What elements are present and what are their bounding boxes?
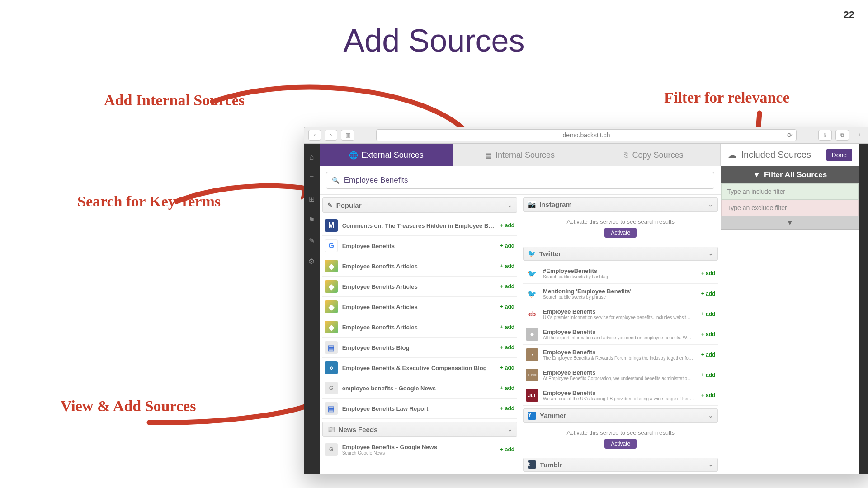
- source-row[interactable]: ▤Employee Benefits Law Report+ add: [322, 399, 517, 419]
- slide-title: Add Sources: [0, 23, 868, 59]
- source-icon: ◆: [325, 321, 338, 333]
- section-yammer[interactable]: Y Yammer ⌄: [523, 408, 718, 423]
- rail-tag-icon[interactable]: ⚑: [307, 215, 316, 224]
- url-field[interactable]: demo.backstit.ch ⟳: [376, 129, 797, 141]
- source-row[interactable]: ◆Employee Benefits Articles+ add: [322, 256, 517, 277]
- source-row[interactable]: ◆Employee Benefits Articles+ add: [322, 297, 517, 317]
- tab-external-label: External Sources: [362, 150, 424, 160]
- add-source-button[interactable]: + add: [701, 270, 716, 277]
- add-tab-button[interactable]: ＋: [853, 130, 866, 141]
- add-source-button[interactable]: + add: [500, 446, 514, 453]
- section-instagram[interactable]: 📷 Instagram ⌄: [523, 197, 718, 212]
- source-row[interactable]: ebEmployee BenefitsUK's premier informat…: [523, 304, 718, 324]
- main-panel: 🌐 External Sources ▤ Internal Sources ⎘ …: [320, 144, 721, 474]
- add-source-button[interactable]: + add: [500, 243, 514, 249]
- chevron-down-icon: ⌄: [708, 413, 713, 419]
- side-header: ☁ Included Sources Done: [721, 144, 859, 166]
- source-subtitle: UK's premier information service for emp…: [543, 315, 697, 320]
- source-icon: ▤: [325, 341, 338, 354]
- exclude-filter-input[interactable]: Type an exclude filter: [721, 200, 859, 216]
- add-source-button[interactable]: + add: [500, 283, 514, 290]
- done-button[interactable]: Done: [826, 149, 852, 161]
- included-title: Included Sources: [741, 150, 821, 160]
- right-rail: [859, 144, 868, 474]
- add-source-button[interactable]: + add: [500, 344, 514, 351]
- source-row[interactable]: EBCEmployee BenefitsAt Employee Benefits…: [523, 365, 718, 385]
- section-tumblr[interactable]: t Tumblr ⌄: [523, 458, 718, 472]
- source-row[interactable]: »Employee Benefits & Executive Compensat…: [322, 358, 517, 378]
- source-row[interactable]: ▤Employee Benefits Blog+ add: [322, 338, 517, 358]
- apply-filter-button[interactable]: ▼: [721, 216, 859, 230]
- building-icon: ▤: [485, 151, 492, 160]
- source-row[interactable]: ●Employee BenefitsAll the expert informa…: [523, 324, 718, 345]
- nav-forward-button[interactable]: ›: [325, 130, 337, 141]
- source-title: Employee Benefits Law Report: [342, 405, 496, 412]
- source-row[interactable]: MComments on: The Treasures Hidden in Em…: [322, 216, 517, 236]
- cloud-icon: ☁: [727, 150, 736, 160]
- add-source-button[interactable]: + add: [500, 324, 514, 330]
- add-source-button[interactable]: + add: [500, 385, 514, 391]
- source-title: employee benefits - Google News: [342, 385, 496, 392]
- source-subtitle: Search public tweets by phrase: [543, 295, 697, 300]
- search-value: Employee Benefits: [344, 176, 408, 185]
- rail-edit-icon[interactable]: ✎: [307, 236, 316, 245]
- activate-yammer-button[interactable]: Activate: [604, 439, 637, 449]
- tabs-button[interactable]: ⧉: [835, 130, 849, 141]
- section-newsfeeds[interactable]: 📰 News Feeds ⌄: [322, 422, 517, 437]
- add-source-button[interactable]: + add: [701, 291, 716, 297]
- twitter-icon: 🐦: [528, 250, 536, 257]
- tab-copy[interactable]: ⎘ Copy Sources: [587, 144, 721, 166]
- add-source-button[interactable]: + add: [701, 392, 716, 399]
- nav-back-button[interactable]: ‹: [308, 130, 321, 141]
- tab-external[interactable]: 🌐 External Sources: [320, 144, 453, 166]
- source-body: Employee BenefitsWe are one of the UK's …: [543, 389, 697, 401]
- reload-icon[interactable]: ⟳: [787, 131, 793, 139]
- add-source-button[interactable]: + add: [701, 372, 716, 378]
- nav-sidebar-button[interactable]: ▥: [341, 130, 354, 141]
- news-icon: 📰: [327, 426, 335, 433]
- source-body: Employee Benefits Law Report: [342, 405, 496, 412]
- page-number: 22: [844, 9, 854, 21]
- activate-instagram-button[interactable]: Activate: [604, 228, 637, 238]
- app-body: ⌂ ≡ ⊞ ⚑ ✎ ⚙ 🌐 External Sources ▤ Interna…: [304, 144, 868, 474]
- include-filter-input[interactable]: Type an include filter: [721, 183, 859, 200]
- source-title: Mentioning 'Employee Benefits': [543, 288, 697, 295]
- rail-settings-icon[interactable]: ⚙: [307, 257, 316, 266]
- source-row[interactable]: JLTEmployee BenefitsWe are one of the UK…: [523, 385, 718, 406]
- source-icon: G: [325, 239, 338, 252]
- add-source-button[interactable]: + add: [500, 365, 514, 371]
- source-row[interactable]: GEmployee Benefits - Google NewsSearch G…: [322, 440, 517, 460]
- source-subtitle: We are one of the UK's leading EB provid…: [543, 396, 697, 401]
- add-source-button[interactable]: + add: [701, 311, 716, 317]
- source-row[interactable]: Gemployee benefits - Google News+ add: [322, 378, 517, 399]
- chevron-down-icon: ⌄: [508, 426, 512, 432]
- share-button[interactable]: ⇪: [818, 130, 832, 141]
- source-row[interactable]: 🐦#EmployeeBenefitsSearch public tweets b…: [523, 263, 718, 284]
- search-input[interactable]: 🔍 Employee Benefits: [326, 172, 715, 189]
- source-row[interactable]: ▪Employee BenefitsThe Employee Benefits …: [523, 345, 718, 365]
- section-twitter[interactable]: 🐦 Twitter ⌄: [523, 247, 718, 261]
- section-popular[interactable]: ✎ Popular ⌄: [322, 197, 517, 213]
- instagram-icon: 📷: [528, 201, 536, 208]
- add-source-button[interactable]: + add: [500, 405, 514, 412]
- rail-grid-icon[interactable]: ⊞: [307, 194, 316, 203]
- source-row[interactable]: ◆Employee Benefits Articles+ add: [322, 277, 517, 297]
- add-source-button[interactable]: + add: [500, 263, 514, 269]
- source-row[interactable]: GEmployee Benefits+ add: [322, 236, 517, 256]
- section-instagram-label: Instagram: [539, 201, 572, 208]
- rail-list-icon[interactable]: ≡: [307, 174, 316, 183]
- source-row[interactable]: ◆Employee Benefits Articles+ add: [322, 317, 517, 338]
- source-icon: G: [325, 382, 338, 394]
- source-columns: ✎ Popular ⌄ MComments on: The Treasures …: [320, 195, 721, 474]
- source-icon: 🐦: [526, 287, 538, 300]
- source-body: Employee Benefits Articles: [342, 263, 496, 270]
- add-source-button[interactable]: + add: [701, 352, 716, 358]
- source-row[interactable]: 🐦Mentioning 'Employee Benefits'Search pu…: [523, 284, 718, 304]
- add-source-button[interactable]: + add: [500, 304, 514, 310]
- tab-internal[interactable]: ▤ Internal Sources: [453, 144, 587, 166]
- source-title: Employee Benefits: [543, 349, 697, 356]
- section-newsfeeds-label: News Feeds: [339, 426, 378, 433]
- rail-home-icon[interactable]: ⌂: [307, 153, 316, 162]
- add-source-button[interactable]: + add: [701, 331, 716, 338]
- add-source-button[interactable]: + add: [500, 222, 514, 229]
